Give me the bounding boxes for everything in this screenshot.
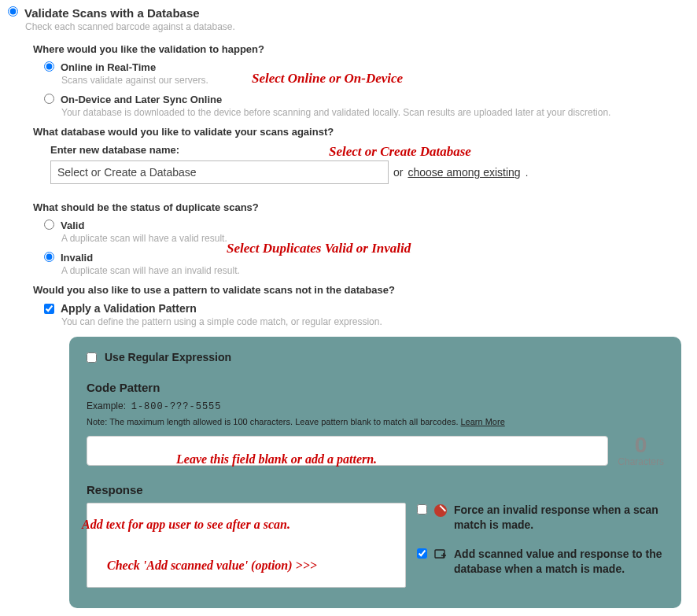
regex-checkbox[interactable]: [87, 352, 97, 363]
online-desc: Scans validate against our servers.: [61, 75, 689, 86]
validate-scans-radio[interactable]: [8, 6, 18, 17]
code-pattern-heading: Code Pattern: [87, 381, 664, 394]
invalid-label: Invalid: [61, 252, 93, 264]
choose-existing-link[interactable]: choose among existing: [408, 166, 520, 179]
database-add-icon: [433, 548, 448, 562]
ondevice-desc: Your database is downloaded to the devic…: [61, 107, 689, 118]
database-enter-label: Enter new database name:: [50, 144, 689, 156]
database-heading: What database would you like to validate…: [33, 126, 689, 138]
pattern-section-heading: Would you also like to use a pattern to …: [33, 284, 689, 296]
example-prefix: Example:: [87, 400, 126, 411]
valid-label: Valid: [61, 219, 84, 231]
where-heading: Where would you like the validation to h…: [33, 43, 689, 55]
period: .: [526, 167, 529, 179]
apply-pattern-label: Apply a Validation Pattern: [61, 302, 197, 315]
example-value: 1-800-???-5555: [131, 401, 222, 412]
main-title: Validate Scans with a Database: [24, 6, 200, 20]
or-text: or: [393, 166, 403, 179]
char-counter: 0 Characters: [618, 434, 664, 467]
main-subtitle: Check each scanned barcode against a dat…: [25, 21, 689, 32]
ondevice-radio[interactable]: [44, 94, 54, 104]
invalid-desc: A duplicate scan will have an invalid re…: [61, 265, 689, 276]
force-invalid-checkbox[interactable]: [417, 504, 427, 515]
note-text: Note: The maximum length allowed is 100 …: [87, 417, 458, 426]
response-heading: Response: [87, 483, 664, 496]
add-scanned-label: Add scanned value and response to the da…: [454, 547, 664, 577]
pattern-input[interactable]: [87, 436, 608, 466]
code-pattern-example: Example: 1-800-???-5555: [87, 400, 664, 412]
char-label: Characters: [618, 456, 664, 467]
force-invalid-label: Force an invalid response when a scan ma…: [454, 503, 664, 533]
online-radio[interactable]: [44, 61, 54, 72]
char-count: 0: [618, 434, 664, 456]
response-textarea[interactable]: [87, 503, 406, 588]
apply-pattern-checkbox[interactable]: [44, 304, 54, 314]
pattern-panel: Use Regular Expression Code Pattern Exam…: [69, 337, 681, 608]
valid-desc: A duplicate scan will have a valid resul…: [61, 233, 689, 244]
add-scanned-checkbox[interactable]: [417, 548, 427, 559]
prohibit-icon: [433, 503, 448, 518]
database-name-input[interactable]: [50, 160, 389, 184]
duplicates-heading: What should be the status of duplicate s…: [33, 201, 689, 213]
online-label: Online in Real-Time: [61, 61, 156, 73]
valid-radio[interactable]: [44, 219, 54, 230]
apply-pattern-desc: You can define the pattern using a simpl…: [61, 316, 689, 327]
learn-more-link[interactable]: Learn More: [461, 417, 505, 426]
ondevice-label: On-Device and Later Sync Online: [61, 94, 222, 105]
code-pattern-note: Note: The maximum length allowed is 100 …: [87, 417, 664, 426]
regex-label: Use Regular Expression: [105, 351, 231, 363]
invalid-radio[interactable]: [44, 252, 54, 262]
